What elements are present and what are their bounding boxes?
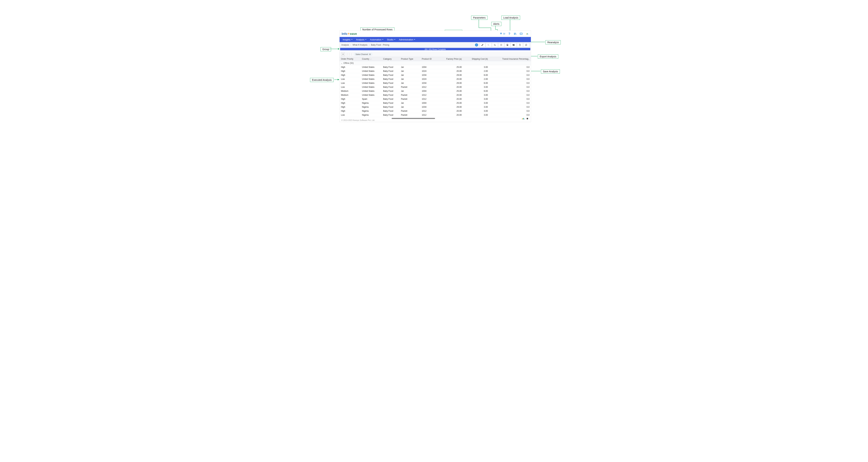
nav-studio[interactable]: Studio [385,38,397,42]
library-icon[interactable] [514,32,517,36]
table-row[interactable]: HighNigeriaBaby FoodPacket101220.003.000… [340,109,531,113]
table-cell: Baby Food [382,93,400,97]
crumb-1[interactable]: What-If Analysis [352,44,368,46]
edit-formula-button[interactable]: fx [486,43,492,47]
table-row[interactable]: MediumUnited StatesBaby FoodJar100425.00… [340,89,531,93]
table-row[interactable]: HighSpainBaby FoodPacket101220.003.000.0 [340,97,531,101]
svg-text:x: x [489,45,489,46]
table-cell: 20.00 [438,93,463,97]
breadcrumb-row: Analysis › What-If Analysis › Baby Food … [340,42,531,48]
table-cell: 20.00 [438,97,463,101]
table-cell: Baby Food [382,109,400,113]
table-cell: High [340,101,361,105]
table-cell: Packet [400,113,421,117]
table-row[interactable]: HighNigeriaBaby FoodJar100425.003.000.0 [340,101,531,105]
table-cell: 1004 [421,101,438,105]
crumb-0[interactable]: Analysis [341,44,349,46]
nav-analysis[interactable]: Analysis [355,38,368,42]
reanalyze-button[interactable] [523,43,529,47]
table-cell: Jar [400,77,421,81]
nav-administration[interactable]: Administration [398,38,416,42]
column-header[interactable]: Category [382,57,400,61]
chevron-down-icon [414,39,415,40]
table-cell: High [340,97,361,101]
chevron-down-icon [365,39,367,40]
group-header-row[interactable]: ⌄Offline (50) [340,61,531,65]
table-cell: Baby Food [382,69,400,73]
edit-analysis-button[interactable] [479,43,485,47]
table-row[interactable]: LowUnited StatesBaby FoodJar103429.006.0… [340,81,531,85]
nav-bar: Insights Analysis Automation Studio Admi… [340,37,531,42]
table-cell: Baby Food [382,85,400,89]
table-row[interactable]: HighUnited StatesBaby FoodJar103429.006.… [340,73,531,77]
table-cell: Jar [400,89,421,93]
column-header[interactable]: Product ID [421,57,438,61]
horizontal-scrollbar[interactable] [392,118,435,119]
nav-insights[interactable]: Insights [341,38,354,42]
table-cell: High [340,105,361,109]
save-analysis-button[interactable] [504,43,510,47]
column-header[interactable]: Shipping Cost (b) [463,57,489,61]
load-analysis-button[interactable] [511,43,517,47]
svg-point-5 [495,45,496,46]
table-row[interactable]: HighUnited StatesBaby FoodJar102420.002.… [340,69,531,73]
monitor-icon[interactable] [519,32,523,36]
table-header-row: Order PriorityCountry↓↑CategoryProduct T… [340,57,531,61]
callout-executed-analysis: Executed Analysis [310,78,334,82]
table-cell: Baby Food [382,73,400,77]
export-analysis-button[interactable] [517,43,523,47]
data-grid[interactable]: Order PriorityCountry↓↑CategoryProduct T… [340,57,531,118]
table-cell: 3.00 [463,65,489,69]
parameters-button[interactable] [492,43,498,47]
column-header[interactable]: Order Priority [340,57,361,61]
table-cell: 1012 [421,109,438,113]
table-cell: Nigeria [361,105,382,109]
table-cell: Low [340,85,361,89]
crumb-2[interactable]: Baby Food - Pricing [371,44,389,46]
alert-icon [500,44,502,46]
table-cell: 3.00 [463,101,489,105]
gear-icon [494,44,496,46]
table-cell: High [340,73,361,77]
table-row[interactable]: LowNigeriaBaby FoodPacket101220.003.000.… [340,113,531,117]
table-cell: 0.0 [489,77,531,81]
table-cell: 3.00 [463,97,489,101]
info-icon[interactable]: i [475,43,478,46]
close-icon[interactable]: ⊗ [369,53,371,56]
column-header[interactable]: Factory Price (a) [438,57,463,61]
column-header[interactable]: Transit Insurance Percentag.. [489,57,531,61]
help-icon[interactable]: ? [507,32,511,36]
table-cell: 25.00 [438,89,463,93]
group-row: ⊞ ⋮⋮⋮ Sales Channel ⊗ [340,52,531,57]
brand-mark-icon[interactable] [525,32,529,36]
table-cell: 0.0 [489,85,531,89]
pencil-icon [481,44,484,46]
column-header[interactable]: Product Type [400,57,421,61]
toolbar: i fx [475,43,529,47]
alerts-button[interactable] [498,43,504,47]
notifications[interactable]: 39 [500,32,505,35]
table-row[interactable]: LowUnited StatesBaby FoodPacket101220.00… [340,85,531,89]
brand-mark-icon [521,117,525,121]
callout-load-analysis: Load Analysis [501,15,520,20]
table-row[interactable]: HighUnited StatesBaby FoodJar100425.003.… [340,65,531,69]
app-header: Info✦eave 39 ? [340,31,531,37]
nav-automation[interactable]: Automation [369,38,385,42]
footer-logo-area: ✱ [521,117,528,121]
notification-count: 39 [503,33,505,35]
table-row[interactable]: LowUnited StatesBaby FoodJar102420.002.0… [340,77,531,81]
logo-icon: ✦ [347,32,350,36]
table-cell: Medium [340,89,361,93]
group-chip[interactable]: Sales Channel ⊗ [354,53,373,56]
table-cell: Jar [400,65,421,69]
group-toggle[interactable]: ⊞ [341,53,345,56]
table-cell: Baby Food [382,97,400,101]
table-cell: 0.0 [489,93,531,97]
table-cell: United States [361,93,382,97]
table-cell: 20.00 [438,85,463,89]
table-cell: 1012 [421,113,438,117]
table-cell: 20.00 [438,77,463,81]
table-row[interactable]: MediumUnited StatesBaby FoodPacket101220… [340,93,531,97]
table-row[interactable]: HighNigeriaBaby FoodJar103429.003.000.0 [340,105,531,109]
column-header[interactable]: Country↓↑ [361,57,382,61]
